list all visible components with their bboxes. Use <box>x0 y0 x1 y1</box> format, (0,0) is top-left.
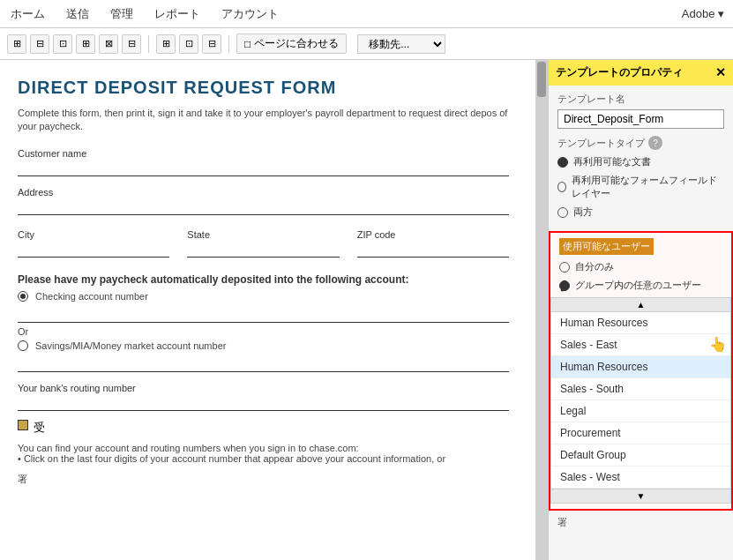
users-label-1: 自分のみ <box>575 260 614 273</box>
checking-field[interactable] <box>18 307 509 323</box>
routing-label: Your bank's routing number <box>18 383 509 393</box>
type-label-2: 再利用可能なフォームフィールドレイヤー <box>572 174 724 200</box>
adobe-label[interactable]: Adobe ▾ <box>682 7 724 20</box>
toolbar: ⊞ ⊟ ⊡ ⊞ ⊠ ⊟ ⊞ ⊡ ⊟ □ ページに合わせる 移動先... <box>0 28 733 60</box>
template-type-label: テンプレートタイプ <box>557 137 645 150</box>
receipt-area: 受 <box>34 420 45 436</box>
users-label-2: グループ内の任意のユーザー <box>575 279 701 292</box>
city-col: City <box>18 219 169 261</box>
users-option-2[interactable]: グループ内の任意のユーザー <box>559 279 722 292</box>
users-dropdown-list: ▲ Human ResourcesSales - East👆Human Reso… <box>550 297 731 504</box>
fit-page-icon: □ <box>244 38 251 50</box>
type-radio-3[interactable] <box>557 207 568 218</box>
toolbar-icon-1[interactable]: ⊞ <box>7 34 26 54</box>
menu-items: ホーム 送信 管理 レポート アカウント <box>9 3 280 26</box>
checkbox-icon <box>18 420 28 430</box>
savings-field[interactable] <box>18 356 509 372</box>
customer-name-label: Customer name <box>18 148 509 159</box>
routing-field[interactable] <box>18 395 509 411</box>
toolbar-icon-8[interactable]: ⊡ <box>179 34 198 54</box>
state-col: State <box>187 219 339 261</box>
menu-send[interactable]: 送信 <box>64 3 91 26</box>
template-name-label: テンプレート名 <box>557 93 724 106</box>
zip-label: ZIP code <box>357 229 509 240</box>
zip-field[interactable] <box>357 242 509 258</box>
menu-account[interactable]: アカウント <box>220 3 280 26</box>
signature-section-label: 署 <box>549 511 733 534</box>
checking-radio[interactable] <box>18 291 28 302</box>
city-label: City <box>18 229 169 240</box>
city-state-zip-row: City State ZIP code <box>18 219 509 261</box>
users-radio-2[interactable] <box>559 280 570 291</box>
or-label: Or <box>18 326 509 337</box>
menu-home[interactable]: ホーム <box>9 3 47 26</box>
toolbar-icon-3[interactable]: ⊡ <box>53 34 72 54</box>
users-section: 使用可能なユーザー 自分のみ グループ内の任意のユーザー ▲ Human Res… <box>549 231 733 511</box>
type-radio-1[interactable] <box>557 157 568 168</box>
nav-select[interactable]: 移動先... <box>357 34 445 54</box>
dropdown-scroll-down[interactable]: ▼ <box>551 489 730 503</box>
toolbar-separator-2 <box>228 35 229 53</box>
side-panel-close-button[interactable]: ✕ <box>715 65 726 79</box>
toolbar-icon-7[interactable]: ⊞ <box>156 34 176 54</box>
dropdown-item[interactable]: Default Group <box>551 444 730 467</box>
dropdown-item[interactable]: Human Resources <box>551 312 730 334</box>
form-title: DIRECT DEPOSIT REQUEST FORM <box>18 78 509 98</box>
dropdown-item[interactable]: Human Resources <box>551 356 730 378</box>
form-content: DIRECT DEPOSIT REQUEST FORM Complete thi… <box>0 60 535 560</box>
checking-radio-row: Checking account number <box>18 291 509 302</box>
state-label: State <box>187 229 339 240</box>
toolbar-icon-5[interactable]: ⊠ <box>99 34 118 54</box>
form-area: DIRECT DEPOSIT REQUEST FORM Complete thi… <box>0 60 548 560</box>
city-field[interactable] <box>18 242 169 258</box>
dropdown-item[interactable]: Sales - South <box>551 378 730 400</box>
form-description: Complete this form, then print it, sign … <box>18 107 509 134</box>
savings-label: Savings/MIA/Money market account number <box>35 340 226 351</box>
bullet-text: • Click on the last four digits of your … <box>18 453 509 464</box>
dropdown-item[interactable]: Sales - West <box>551 467 730 489</box>
users-option-1[interactable]: 自分のみ <box>559 260 722 273</box>
deposit-section-title: Please have my paycheck automatically de… <box>18 273 509 286</box>
toolbar-icon-9[interactable]: ⊟ <box>202 34 221 54</box>
type-label-3: 両方 <box>573 205 593 219</box>
type-option-1[interactable]: 再利用可能な文書 <box>557 155 724 168</box>
side-panel-header: テンプレートのプロパティ ✕ <box>549 60 733 86</box>
dropdown-item[interactable]: Sales - East👆 <box>551 334 730 356</box>
dropdown-items-container: Human ResourcesSales - East👆Human Resour… <box>551 312 730 489</box>
toolbar-icon-2[interactable]: ⊟ <box>30 34 49 54</box>
dropdown-item[interactable]: Procurement <box>551 422 730 444</box>
address-label: Address <box>18 187 509 198</box>
signature-label: 署 <box>18 473 27 486</box>
customer-name-field[interactable] <box>18 161 509 176</box>
side-panel-title: テンプレートのプロパティ <box>556 65 683 80</box>
type-option-3[interactable]: 両方 <box>557 205 724 219</box>
toolbar-separator-1 <box>148 35 149 53</box>
menu-report[interactable]: レポート <box>153 3 202 26</box>
dropdown-scroll-up[interactable]: ▲ <box>551 298 730 312</box>
form-scrollbar[interactable] <box>535 60 548 560</box>
type-label-1: 再利用可能な文書 <box>573 155 651 168</box>
toolbar-icon-4[interactable]: ⊞ <box>76 34 95 54</box>
savings-radio[interactable] <box>18 340 28 351</box>
type-radio-2[interactable] <box>557 182 566 192</box>
users-section-label: 使用可能なユーザー <box>559 238 654 255</box>
state-field[interactable] <box>187 242 339 258</box>
zip-col: ZIP code <box>357 219 509 261</box>
menu-manage[interactable]: 管理 <box>108 3 135 26</box>
fit-page-label: ページに合わせる <box>254 36 339 51</box>
fit-page-button[interactable]: □ ページに合わせる <box>236 34 347 54</box>
toolbar-icon-6[interactable]: ⊟ <box>122 34 141 54</box>
template-type-section: テンプレートタイプ ? 再利用可能な文書 再利用可能なフォームフィールドレイヤー… <box>549 136 733 231</box>
address-field[interactable] <box>18 199 509 215</box>
find-account-text: You can find your account and routing nu… <box>18 443 509 453</box>
dropdown-item[interactable]: Legal <box>551 400 730 422</box>
hand-cursor-icon: 👆 <box>709 336 727 353</box>
template-name-section: テンプレート名 <box>549 86 733 136</box>
side-panel: テンプレートのプロパティ ✕ テンプレート名 テンプレートタイプ ? 再利用可能… <box>548 60 733 560</box>
checking-label: Checking account number <box>35 291 148 302</box>
template-name-input[interactable] <box>557 109 724 129</box>
help-icon[interactable]: ? <box>648 136 662 150</box>
users-radio-1[interactable] <box>559 262 570 273</box>
type-option-2[interactable]: 再利用可能なフォームフィールドレイヤー <box>557 174 724 200</box>
menu-bar: ホーム 送信 管理 レポート アカウント Adobe ▾ <box>0 0 733 28</box>
